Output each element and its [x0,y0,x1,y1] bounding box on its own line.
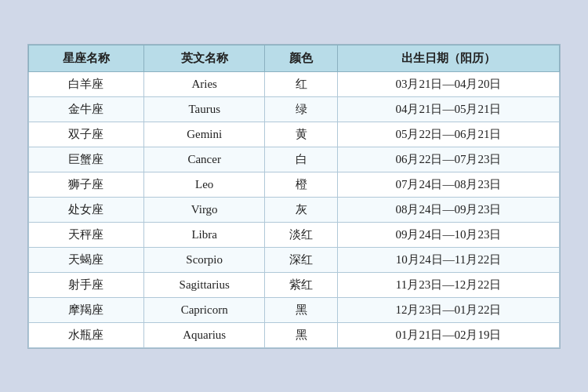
table-header-0: 星座名称 [29,45,144,71]
table-row: 狮子座Leo橙07月24日—08月23日 [29,172,560,197]
table-cell-1-3: 04月21日—05月21日 [337,96,559,122]
table-row: 双子座Gemini黄05月22日—06月21日 [29,122,560,147]
table-cell-7-1: Scorpio [143,247,265,272]
table-row: 巨蟹座Cancer白06月22日—07月23日 [29,147,560,172]
table-cell-6-2: 淡红 [265,222,338,247]
table-cell-1-2: 绿 [265,96,338,122]
table-cell-3-2: 白 [265,147,338,172]
table-cell-4-1: Leo [143,172,265,197]
table-cell-10-0: 水瓶座 [29,322,144,347]
table-header-1: 英文名称 [143,45,265,71]
table-cell-1-0: 金牛座 [29,96,144,122]
table-cell-10-2: 黑 [265,322,338,347]
table-cell-8-1: Sagittarius [143,272,265,297]
table-row: 金牛座Taurus绿04月21日—05月21日 [29,96,560,122]
table-cell-5-0: 处女座 [29,197,144,222]
table-cell-7-3: 10月24日—11月22日 [337,247,559,272]
table-cell-4-3: 07月24日—08月23日 [337,172,559,197]
table-cell-8-3: 11月23日—12月22日 [337,272,559,297]
table-cell-9-2: 黑 [265,297,338,322]
table-row: 处女座Virgo灰08月24日—09月23日 [29,197,560,222]
table-cell-10-3: 01月21日—02月19日 [337,322,559,347]
table-body: 白羊座Aries红03月21日—04月20日金牛座Taurus绿04月21日—0… [29,71,560,347]
table-cell-9-3: 12月23日—01月22日 [337,297,559,322]
table-cell-9-0: 摩羯座 [29,297,144,322]
table-cell-2-0: 双子座 [29,122,144,147]
table-cell-3-3: 06月22日—07月23日 [337,147,559,172]
table-cell-6-3: 09月24日—10月23日 [337,222,559,247]
table-cell-7-0: 天蝎座 [29,247,144,272]
zodiac-table-container: 星座名称英文名称颜色出生日期（阳历） 白羊座Aries红03月21日—04月20… [27,44,561,349]
table-cell-3-1: Cancer [143,147,265,172]
table-cell-8-0: 射手座 [29,272,144,297]
table-cell-0-2: 红 [265,71,338,96]
table-header-3: 出生日期（阳历） [337,45,559,71]
table-cell-0-3: 03月21日—04月20日 [337,71,559,96]
table-cell-2-1: Gemini [143,122,265,147]
table-cell-9-1: Capricorn [143,297,265,322]
table-cell-5-3: 08月24日—09月23日 [337,197,559,222]
table-header-2: 颜色 [265,45,338,71]
table-cell-5-1: Virgo [143,197,265,222]
table-cell-6-1: Libra [143,222,265,247]
table-cell-7-2: 深红 [265,247,338,272]
zodiac-table: 星座名称英文名称颜色出生日期（阳历） 白羊座Aries红03月21日—04月20… [28,45,560,348]
table-row: 水瓶座Aquarius黑01月21日—02月19日 [29,322,560,347]
table-cell-3-0: 巨蟹座 [29,147,144,172]
table-cell-2-3: 05月22日—06月21日 [337,122,559,147]
table-cell-6-0: 天秤座 [29,222,144,247]
table-row: 天蝎座Scorpio深红10月24日—11月22日 [29,247,560,272]
table-cell-8-2: 紫红 [265,272,338,297]
table-row: 白羊座Aries红03月21日—04月20日 [29,71,560,96]
table-row: 射手座Sagittarius紫红11月23日—12月22日 [29,272,560,297]
table-cell-1-1: Taurus [143,96,265,122]
table-cell-0-1: Aries [143,71,265,96]
table-cell-5-2: 灰 [265,197,338,222]
table-header-row: 星座名称英文名称颜色出生日期（阳历） [29,45,560,71]
table-cell-0-0: 白羊座 [29,71,144,96]
table-row: 天秤座Libra淡红09月24日—10月23日 [29,222,560,247]
table-cell-2-2: 黄 [265,122,338,147]
table-cell-4-2: 橙 [265,172,338,197]
table-row: 摩羯座Capricorn黑12月23日—01月22日 [29,297,560,322]
table-cell-4-0: 狮子座 [29,172,144,197]
table-cell-10-1: Aquarius [143,322,265,347]
